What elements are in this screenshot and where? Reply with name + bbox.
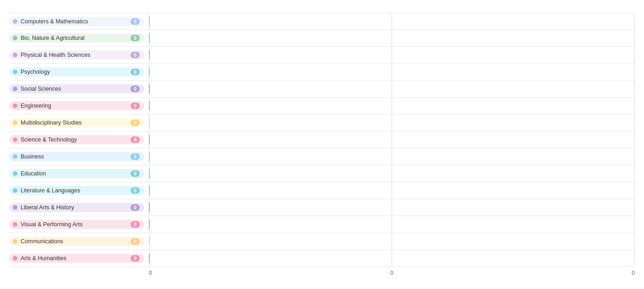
bar-row: Engineering0 [9, 98, 635, 115]
bar-row: Education0 [9, 165, 635, 182]
bar [149, 152, 150, 162]
label-dot [13, 36, 17, 40]
label-dot [13, 205, 17, 210]
label-area: Literature & Languages0 [9, 186, 149, 195]
label-text: Business [21, 153, 128, 160]
label-pill: Literature & Languages0 [9, 186, 144, 195]
label-text: Visual & Performing Arts [21, 221, 128, 228]
label-text: Psychology [21, 69, 128, 75]
bar-row: Visual & Performing Arts0 [9, 216, 635, 233]
label-text: Social Sciences [21, 86, 128, 92]
value-badge: 0 [131, 255, 140, 262]
bar-area [149, 182, 635, 199]
bar-area [149, 148, 635, 165]
bar-row: Bio, Nature & Agricultural0 [9, 30, 635, 47]
bar-row: Social Sciences0 [9, 81, 635, 98]
bar-row: Psychology0 [9, 64, 635, 81]
label-dot [13, 171, 17, 176]
label-area: Education0 [9, 169, 149, 178]
label-text: Education [21, 170, 128, 177]
bar [149, 169, 150, 179]
value-badge: 0 [131, 153, 140, 160]
value-badge: 0 [131, 136, 140, 143]
label-area: Physical & Health Sciences0 [9, 50, 149, 60]
label-pill: Liberal Arts & History0 [9, 203, 144, 212]
bar-row: Business0 [9, 148, 635, 165]
label-area: Visual & Performing Arts0 [9, 220, 149, 229]
label-pill: Computers & Mathematics0 [9, 17, 144, 26]
label-text: Bio, Nature & Agricultural [21, 35, 128, 41]
bar-area [149, 199, 635, 216]
label-pill: Bio, Nature & Agricultural0 [9, 33, 144, 43]
bar-row: Physical & Health Sciences0 [9, 47, 635, 64]
bar [149, 135, 150, 145]
label-area: Psychology0 [9, 67, 149, 76]
bars-container: Computers & Mathematics0Bio, Nature & Ag… [9, 13, 635, 267]
label-text: Engineering [21, 103, 128, 109]
label-dot [13, 222, 17, 227]
bar-area [149, 250, 635, 267]
label-dot [13, 256, 17, 261]
bar-area [149, 47, 635, 63]
bar-area [149, 233, 635, 250]
bar-area [149, 131, 635, 148]
bar-row: Liberal Arts & History0 [9, 199, 635, 216]
bar [149, 67, 150, 77]
value-badge: 0 [131, 170, 140, 177]
x-axis-label: 0 [149, 270, 152, 276]
label-area: Computers & Mathematics0 [9, 17, 149, 26]
label-area: Liberal Arts & History0 [9, 203, 149, 212]
label-text: Literature & Languages [21, 187, 128, 194]
value-badge: 0 [131, 187, 140, 194]
bar-area [149, 98, 635, 114]
x-axis: 000 [149, 267, 635, 276]
bar-area [149, 165, 635, 182]
bar [149, 236, 150, 246]
label-dot [13, 19, 17, 24]
bar-area [149, 81, 635, 97]
value-badge: 0 [131, 204, 140, 211]
label-text: Liberal Arts & History [21, 204, 128, 211]
value-badge: 0 [131, 35, 140, 41]
bar [149, 84, 150, 94]
label-area: Science & Technology0 [9, 135, 149, 144]
value-badge: 0 [131, 221, 140, 228]
label-area: Arts & Humanities0 [9, 254, 149, 263]
bar [149, 185, 150, 196]
label-area: Social Sciences0 [9, 84, 149, 93]
label-dot [13, 104, 17, 108]
label-pill: Science & Technology0 [9, 135, 144, 144]
bar [149, 33, 150, 43]
label-pill: Social Sciences0 [9, 84, 144, 93]
label-pill: Psychology0 [9, 67, 144, 76]
bar-row: Arts & Humanities0 [9, 250, 635, 267]
label-pill: Education0 [9, 169, 144, 178]
label-dot [13, 120, 17, 125]
bar [149, 101, 150, 111]
label-dot [13, 188, 17, 193]
bar [149, 253, 150, 263]
label-pill: Engineering0 [9, 101, 144, 110]
bar [149, 219, 150, 229]
value-badge: 0 [131, 103, 140, 109]
label-text: Multidisciplinary Studies [21, 120, 128, 126]
bar-area [149, 13, 635, 29]
label-pill: Arts & Humanities0 [9, 254, 144, 263]
value-badge: 0 [131, 69, 140, 75]
x-axis-label: 0 [632, 270, 635, 276]
label-dot [13, 137, 17, 142]
label-dot [13, 239, 17, 244]
label-pill: Communications0 [9, 237, 144, 246]
value-badge: 0 [131, 120, 140, 126]
value-badge: 0 [131, 238, 140, 245]
value-badge: 0 [131, 18, 140, 25]
bar-row: Computers & Mathematics0 [9, 13, 635, 30]
label-area: Engineering0 [9, 101, 149, 110]
label-text: Physical & Health Sciences [21, 52, 128, 58]
label-area: Multidisciplinary Studies0 [9, 118, 149, 127]
label-text: Computers & Mathematics [21, 18, 128, 25]
label-text: Science & Technology [21, 136, 128, 143]
bar [149, 202, 150, 213]
value-badge: 0 [131, 52, 140, 58]
value-badge: 0 [131, 86, 140, 92]
